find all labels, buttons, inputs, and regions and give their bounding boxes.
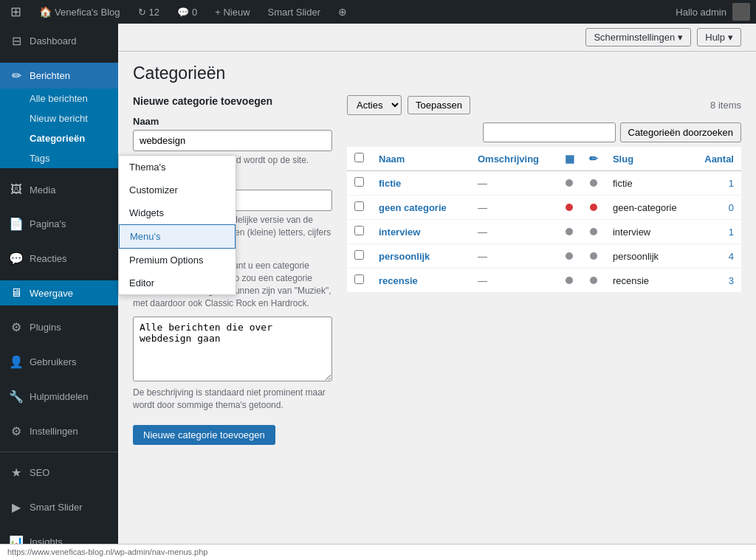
row-desc-value: —	[478, 251, 487, 262]
actions-select[interactable]: Acties	[347, 95, 402, 115]
category-link[interactable]: persoonlijk	[379, 251, 430, 262]
select-all-checkbox[interactable]	[354, 153, 364, 162]
row-name: recensie	[371, 269, 470, 293]
weergave-icon: 🖥	[9, 286, 24, 300]
sidebar-paginas-label: Pagina's	[30, 218, 66, 229]
updates-icon: ↻	[138, 7, 146, 18]
sidebar-item-reacties[interactable]: 💬 Reacties	[0, 246, 118, 272]
search-button[interactable]: Categorieën doorzoeken	[620, 122, 741, 142]
row-check	[347, 269, 371, 293]
row-dot2	[582, 171, 605, 196]
hulp-btn[interactable]: Hulp ▾	[697, 28, 741, 46]
row-dot1	[557, 196, 582, 220]
screen-options-bar: Scherminstellingen ▾ Hulp ▾	[118, 24, 756, 52]
updates-item[interactable]: ↻ 12	[134, 0, 164, 24]
sidebar-item-dashboard[interactable]: ⊟ Dashboard	[0, 28, 118, 54]
category-link[interactable]: recensie	[379, 275, 418, 286]
hulp-label: Hulp	[705, 32, 725, 43]
sidebar-item-smart-slider[interactable]: ▶ Smart Slider	[0, 494, 118, 520]
sidebar-smart-slider-label: Smart Slider	[30, 502, 83, 513]
row-dot1	[557, 171, 582, 196]
row-desc-value: —	[478, 227, 487, 238]
col-header-check	[347, 147, 371, 171]
row-checkbox[interactable]	[354, 274, 364, 284]
comments-item[interactable]: 💬 0	[173, 0, 202, 24]
comments-count: 0	[192, 7, 197, 18]
smart-slider-icon: ▶	[9, 500, 24, 514]
hello-admin: Hallo admin	[676, 7, 726, 18]
sidebar-seo-label: SEO	[30, 467, 49, 478]
new-content[interactable]: + Nieuw	[210, 0, 254, 24]
row-name: interview	[371, 220, 470, 244]
dot1	[566, 252, 573, 260]
count-link[interactable]: 0	[729, 202, 734, 213]
count-link[interactable]: 4	[729, 251, 734, 262]
sub-alle-berichten[interactable]: Alle berichten	[0, 89, 118, 108]
row-slug: persoonlijk	[605, 244, 697, 269]
search-input[interactable]	[483, 122, 616, 142]
sub-tags[interactable]: Tags	[0, 148, 118, 168]
col-header-name[interactable]: Naam	[371, 147, 470, 171]
sidebar-item-media[interactable]: 🖼 Media	[0, 177, 118, 202]
row-checkbox[interactable]	[354, 201, 364, 211]
row-desc-value: —	[478, 178, 487, 189]
row-checkbox[interactable]	[354, 226, 364, 235]
row-name: geen categorie	[371, 196, 470, 220]
count-link[interactable]: 1	[729, 227, 734, 238]
sidebar-item-plugins[interactable]: ⚙ Plugins	[0, 314, 118, 340]
sidebar-item-paginas[interactable]: 📄 Pagina's	[0, 211, 118, 237]
row-name: persoonlijk	[371, 244, 470, 269]
sidebar-item-weergave[interactable]: 🖥 Weergave	[0, 280, 118, 305]
sidebar-item-gebruikers[interactable]: 👤 Gebruikers	[0, 349, 118, 375]
chevron-down-icon-hulp: ▾	[728, 32, 733, 43]
col-header-count[interactable]: Aantal	[697, 147, 741, 171]
description-hint: De beschrijving is standaard niet promin…	[133, 387, 332, 412]
sidebar-item-hulpmiddelen[interactable]: 🔧 Hulpmiddelen	[0, 384, 118, 409]
table-row: persoonlijk — persoonlijk 4	[347, 244, 741, 269]
admin-user[interactable]: Hallo admin	[676, 3, 750, 21]
row-desc: —	[470, 269, 557, 293]
row-dot2	[582, 196, 605, 220]
sidebar-item-seo[interactable]: ★ SEO	[0, 460, 118, 485]
sub-categorieen[interactable]: Categorieën	[0, 128, 118, 148]
apply-button[interactable]: Toepassen	[408, 96, 470, 114]
naam-input[interactable]	[133, 130, 332, 151]
dot1	[566, 228, 573, 235]
row-checkbox[interactable]	[354, 177, 364, 187]
col-name-label: Naam	[379, 153, 405, 165]
row-count: 0	[697, 196, 741, 220]
sidebar-reacties-label: Reacties	[30, 253, 67, 264]
col-header-slug[interactable]: Slug	[605, 147, 697, 171]
row-slug: interview	[605, 220, 697, 244]
dot2	[590, 228, 597, 235]
row-slug: geen-categorie	[605, 196, 697, 220]
row-check	[347, 220, 371, 244]
wp-logo[interactable]: ⊞	[6, 0, 26, 24]
col-header-desc[interactable]: Omschrijving	[470, 147, 557, 171]
wp-icon: ⊞	[10, 4, 21, 20]
sub-nieuw-bericht[interactable]: Nieuw bericht	[0, 108, 118, 128]
plugin-icon-bar[interactable]: ⊕	[334, 0, 351, 24]
site-name[interactable]: 🏠 Venefica's Blog	[35, 0, 125, 24]
smart-slider-label: Smart Slider	[268, 7, 321, 18]
row-checkbox[interactable]	[354, 250, 364, 260]
category-link[interactable]: geen categorie	[379, 202, 447, 213]
count-link[interactable]: 3	[729, 275, 734, 286]
sidebar-gebruikers-label: Gebruikers	[30, 356, 77, 367]
category-link[interactable]: fictie	[379, 178, 401, 189]
count-link[interactable]: 1	[729, 178, 734, 189]
admin-avatar	[732, 3, 750, 21]
row-slug: fictie	[605, 171, 697, 196]
submit-button[interactable]: Nieuwe categorie toevoegen	[133, 425, 275, 445]
description-textarea[interactable]: Alle berichten die over webdesign gaan	[133, 317, 332, 381]
sidebar-item-berichten[interactable]: ✏ Berichten	[0, 63, 118, 89]
row-check	[347, 171, 371, 196]
category-link[interactable]: interview	[379, 227, 420, 238]
site-name-label: Venefica's Blog	[55, 7, 120, 18]
smart-slider-bar[interactable]: Smart Slider	[264, 0, 326, 24]
plugin-icon: ⊕	[338, 6, 347, 18]
scherminstellingen-btn[interactable]: Scherminstellingen ▾	[585, 28, 691, 46]
updates-count: 12	[149, 7, 159, 18]
berichten-submenu: Alle berichten Nieuw bericht Categorieën…	[0, 89, 118, 168]
sidebar-item-instellingen[interactable]: ⚙ Instellingen	[0, 418, 118, 444]
